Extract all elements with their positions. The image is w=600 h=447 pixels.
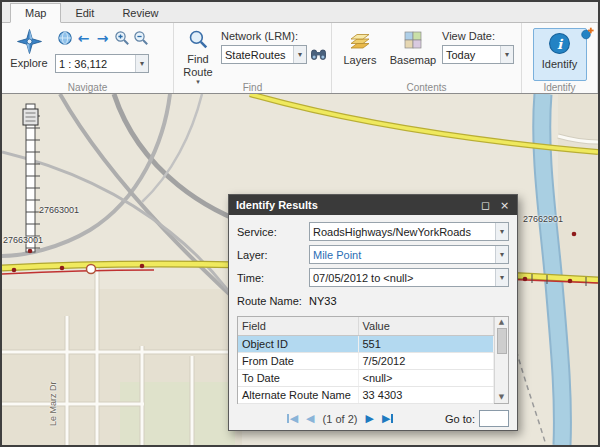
table-row-to-date[interactable]: To Date <null> (238, 369, 494, 386)
layers-icon (349, 29, 371, 53)
binoculars-icon[interactable] (310, 46, 327, 64)
find-route-label-line1: Find (187, 53, 208, 65)
maximize-icon[interactable]: ◻ (478, 200, 493, 211)
network-combo[interactable]: StateRoutes ▾ (221, 45, 307, 64)
navigate-controls: ← → (55, 26, 150, 81)
service-combo[interactable]: RoadsHighways/NewYorkRoads ▾ (309, 222, 509, 241)
basemap-icon (402, 29, 424, 53)
tab-edit[interactable]: Edit (61, 4, 108, 22)
street-label: Le Marz Dr (48, 381, 58, 426)
group-label-identify: Identify (522, 82, 597, 93)
scrollbar-thumb[interactable] (497, 328, 507, 354)
table-row-alternate-route-name[interactable]: Alternate Route Name 33 4303 (238, 386, 494, 403)
zoom-in-icon[interactable] (112, 29, 131, 47)
forward-arrow-icon[interactable]: → (93, 29, 112, 47)
network-field: Network (LRM): StateRoutes ▾ (221, 26, 327, 81)
chevron-down-icon: ▾ (495, 246, 508, 263)
tab-review[interactable]: Review (108, 4, 172, 22)
next-page-button[interactable]: ▶ (365, 413, 373, 424)
scroll-down-icon[interactable]: ▼ (499, 392, 504, 403)
attribute-table-wrap: Field Value Object ID 551 From Date (237, 316, 509, 404)
identify-route-plus-icon[interactable] (581, 26, 594, 44)
chevron-down-icon: ▾ (495, 223, 508, 240)
explore-button[interactable]: Explore (6, 26, 52, 81)
service-label: Service: (237, 226, 309, 238)
goto-page-input[interactable] (479, 410, 509, 427)
time-combo[interactable]: 07/05/2012 to <null> ▾ (309, 268, 509, 287)
find-route-label-line2: Route (183, 66, 212, 78)
route-name-label: Route Name: (237, 295, 309, 307)
field-column-header: Field (238, 317, 358, 335)
dialog-title: Identify Results (236, 199, 474, 211)
group-label-navigate: Navigate (2, 82, 173, 93)
explore-label: Explore (10, 57, 47, 69)
scroll-up-icon[interactable]: ▲ (499, 317, 504, 328)
service-row: Service: RoadsHighways/NewYorkRoads ▾ (237, 222, 509, 241)
page-position: (1 of 2) (323, 413, 358, 425)
dialog-body: Service: RoadsHighways/NewYorkRoads ▾ La… (229, 215, 517, 432)
view-date-field: View Date: Today ▾ (442, 26, 514, 81)
ribbon-group-find: Find Route ▾ Network (LRM): StateRoutes … (174, 23, 332, 93)
map-canvas[interactable]: 27663001 27663001 27662901 Le Marz Dr Id… (2, 94, 598, 445)
ribbon: Explore ← → (2, 23, 598, 94)
layers-label: Layers (343, 54, 376, 66)
layers-button[interactable]: Layers (336, 26, 384, 81)
chevron-down-icon: ▾ (293, 46, 306, 63)
previous-extent-icon[interactable] (55, 29, 74, 47)
group-label-find: Find (174, 82, 331, 93)
chevron-down-icon: ▾ (500, 46, 513, 63)
tab-map[interactable]: Map (10, 3, 61, 23)
navigate-toolbar: ← → (55, 29, 150, 47)
chevron-down-icon: ▾ (495, 269, 508, 286)
time-value: 07/05/2012 to <null> (310, 272, 495, 284)
view-date-value: Today (443, 49, 500, 61)
explore-compass-icon (17, 29, 42, 56)
basemap-button[interactable]: Basemap (387, 26, 439, 81)
table-header-row: Field Value (238, 317, 494, 335)
zoom-out-icon[interactable] (131, 29, 150, 47)
layer-label: Layer: (237, 249, 309, 261)
map-scale-combo[interactable]: 1 : 36,112 ▾ (55, 54, 149, 73)
identify-button[interactable]: i Identify (533, 28, 587, 81)
network-value: StateRoutes (222, 49, 293, 61)
pagination-bar: ◀ ◀ (1 of 2) ▶ ▶ Go to: (237, 410, 509, 427)
route-label: 27663001 (3, 235, 43, 245)
route-label: 27663001 (39, 205, 79, 215)
close-icon[interactable]: × (497, 200, 512, 211)
basemap-label: Basemap (390, 54, 436, 66)
dialog-title-bar[interactable]: Identify Results ◻ × (229, 195, 517, 215)
chevron-down-icon: ▾ (135, 55, 148, 72)
table-row-object-id[interactable]: Object ID 551 (238, 335, 494, 352)
route-label: 27662901 (523, 214, 563, 224)
service-value: RoadsHighways/NewYorkRoads (310, 226, 495, 238)
view-date-combo[interactable]: Today ▾ (442, 45, 514, 64)
value-column-header: Value (358, 317, 494, 335)
previous-page-button[interactable]: ◀ (306, 413, 314, 424)
ribbon-group-navigate: Explore ← → (2, 23, 174, 93)
time-label: Time: (237, 272, 309, 284)
layer-row: Layer: Mile Point ▾ (237, 245, 509, 264)
route-name-value: NY33 (309, 295, 337, 307)
network-label: Network (LRM): (221, 30, 327, 42)
table-scrollbar[interactable]: ▲ ▼ (494, 317, 508, 403)
last-page-button[interactable]: ▶ (382, 413, 393, 424)
magnifier-icon (188, 29, 209, 52)
ribbon-group-identify: i Identify Identify (522, 23, 598, 93)
identify-results-dialog: Identify Results ◻ × Service: RoadsHighw… (228, 194, 518, 431)
table-row-from-date[interactable]: From Date 7/5/2012 (238, 352, 494, 369)
ribbon-group-contents: Layers Basemap View Date: Today ▾ (332, 23, 522, 93)
group-label-contents: Contents (332, 82, 521, 93)
application-window: Map Edit Review Explore (0, 0, 600, 447)
goto-label: Go to: (445, 413, 475, 425)
time-row: Time: 07/05/2012 to <null> ▾ (237, 268, 509, 287)
view-date-label: View Date: (442, 30, 514, 42)
back-arrow-icon[interactable]: ← (74, 29, 93, 47)
ribbon-tab-bar: Map Edit Review (2, 2, 598, 23)
find-route-button[interactable]: Find Route ▾ (178, 26, 218, 81)
route-name-row: Route Name: NY33 (237, 291, 509, 310)
layer-value: Mile Point (310, 249, 495, 261)
attribute-table: Field Value Object ID 551 From Date (238, 317, 494, 404)
identify-label: Identify (542, 58, 577, 70)
first-page-button[interactable]: ◀ (287, 413, 298, 424)
layer-combo[interactable]: Mile Point ▾ (309, 245, 509, 264)
